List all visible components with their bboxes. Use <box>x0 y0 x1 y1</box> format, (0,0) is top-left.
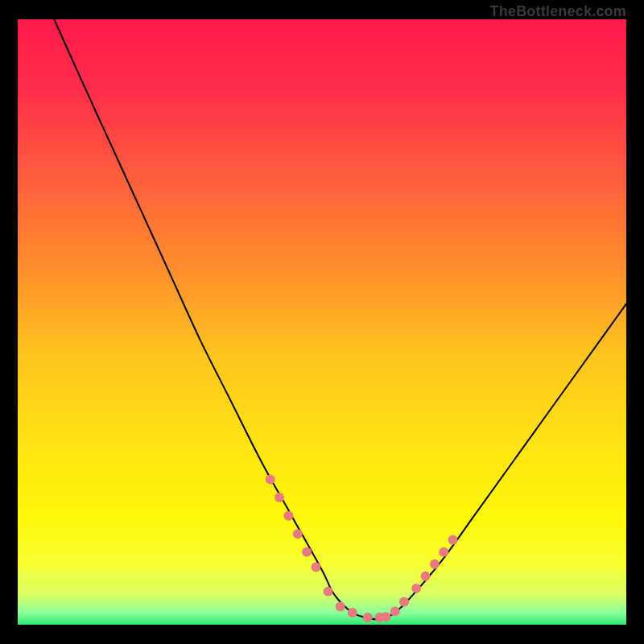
chart-stage: TheBottleneck.com <box>0 0 644 644</box>
axes-frame <box>16 18 628 626</box>
